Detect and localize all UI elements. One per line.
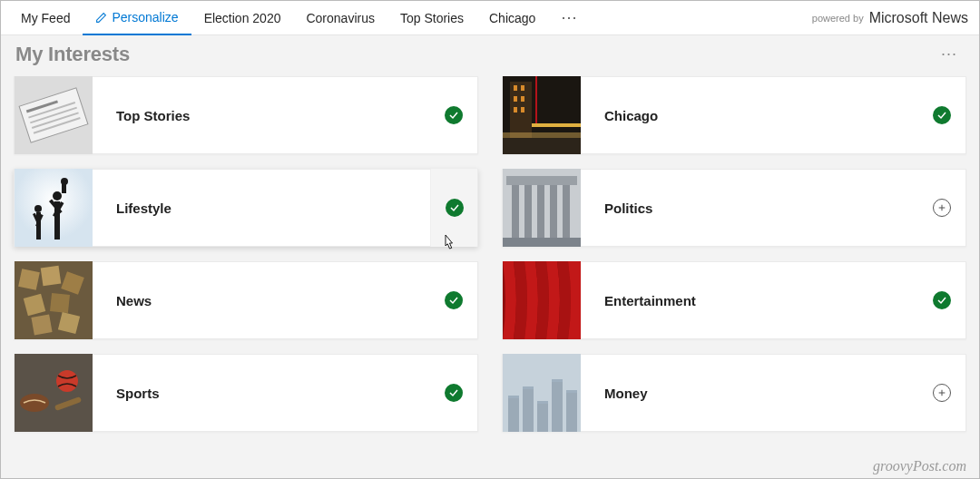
interest-toggle[interactable] bbox=[430, 261, 477, 339]
nav-my-feed[interactable]: My Feed bbox=[8, 1, 83, 35]
interest-label: Top Stories bbox=[116, 108, 430, 123]
svg-rect-56 bbox=[537, 401, 548, 432]
interests-grid: Top Stories Chicago bbox=[1, 76, 979, 432]
nav-more-button[interactable]: ··· bbox=[548, 1, 590, 35]
thumb-sports bbox=[15, 354, 93, 432]
interest-card-chicago[interactable]: Chicago bbox=[502, 76, 966, 154]
svg-rect-60 bbox=[523, 386, 534, 389]
nav-label: Election 2020 bbox=[204, 11, 281, 25]
svg-point-28 bbox=[61, 178, 68, 185]
thumb-chicago bbox=[503, 76, 581, 154]
thumb-money bbox=[503, 354, 581, 432]
interest-card-top-stories[interactable]: Top Stories bbox=[14, 76, 478, 154]
svg-rect-58 bbox=[566, 390, 577, 432]
svg-rect-10 bbox=[521, 85, 524, 91]
interest-toggle[interactable] bbox=[918, 354, 965, 432]
check-icon bbox=[445, 106, 463, 124]
svg-rect-59 bbox=[508, 396, 519, 398]
svg-rect-46 bbox=[31, 314, 52, 335]
interest-toggle[interactable] bbox=[430, 354, 477, 432]
nav-election-2020[interactable]: Election 2020 bbox=[191, 1, 294, 35]
interest-card-politics[interactable]: Politics bbox=[502, 169, 966, 247]
svg-rect-19 bbox=[15, 169, 93, 247]
check-icon bbox=[446, 199, 464, 217]
interest-label: Lifestyle bbox=[116, 200, 430, 216]
plus-icon bbox=[933, 384, 951, 402]
page-title: My Interests bbox=[15, 43, 130, 66]
svg-rect-62 bbox=[552, 379, 563, 382]
page-more-button[interactable]: ··· bbox=[934, 41, 965, 67]
svg-rect-54 bbox=[508, 396, 519, 432]
interest-card-sports[interactable]: Sports bbox=[14, 354, 478, 432]
nav-top-stories[interactable]: Top Stories bbox=[387, 1, 476, 35]
nav-label: Personalize bbox=[112, 10, 178, 24]
interest-toggle[interactable] bbox=[918, 76, 965, 154]
powered-by-label: powered by bbox=[812, 13, 864, 24]
svg-rect-37 bbox=[503, 238, 581, 247]
svg-rect-41 bbox=[18, 269, 40, 290]
svg-rect-12 bbox=[521, 96, 524, 102]
svg-rect-11 bbox=[514, 96, 517, 102]
check-icon bbox=[933, 291, 951, 309]
powered-by-brand: Microsoft News bbox=[869, 10, 968, 26]
svg-rect-29 bbox=[62, 184, 66, 193]
interest-card-money[interactable]: Money bbox=[502, 354, 966, 432]
interest-card-news[interactable]: News bbox=[14, 261, 478, 339]
svg-rect-57 bbox=[552, 379, 563, 432]
svg-rect-15 bbox=[535, 76, 537, 123]
thumb-news bbox=[15, 261, 93, 339]
svg-rect-42 bbox=[41, 266, 62, 287]
nav-label: Top Stories bbox=[400, 11, 464, 25]
svg-rect-49 bbox=[15, 354, 93, 432]
thumb-politics bbox=[503, 169, 581, 247]
plus-icon bbox=[933, 199, 951, 217]
nav-chicago[interactable]: Chicago bbox=[476, 1, 548, 35]
interest-card-lifestyle[interactable]: Lifestyle bbox=[14, 169, 478, 247]
interest-toggle[interactable] bbox=[918, 261, 965, 339]
check-icon bbox=[445, 291, 463, 309]
nav-coronavirus[interactable]: Coronavirus bbox=[293, 1, 387, 35]
svg-rect-33 bbox=[524, 185, 532, 238]
thumb-lifestyle bbox=[15, 169, 93, 247]
interest-label: Chicago bbox=[604, 108, 918, 123]
powered-by: powered by Microsoft News bbox=[812, 10, 968, 26]
nav-label: My Feed bbox=[21, 11, 70, 25]
interest-label: Politics bbox=[604, 200, 918, 216]
nav-personalize[interactable]: Personalize bbox=[83, 1, 191, 35]
interest-label: News bbox=[116, 293, 430, 308]
interest-card-entertainment[interactable]: Entertainment bbox=[502, 261, 966, 339]
svg-rect-13 bbox=[514, 107, 517, 112]
nav-label: Coronavirus bbox=[306, 11, 374, 25]
svg-rect-9 bbox=[514, 85, 517, 91]
svg-rect-14 bbox=[521, 107, 524, 112]
page-title-row: My Interests ··· bbox=[1, 35, 979, 76]
thumb-newspaper bbox=[15, 76, 93, 154]
svg-rect-35 bbox=[550, 185, 557, 238]
svg-point-51 bbox=[56, 370, 78, 392]
svg-point-21 bbox=[34, 205, 42, 212]
interest-label: Sports bbox=[116, 386, 430, 401]
interest-toggle[interactable] bbox=[918, 169, 965, 247]
thumb-entertainment bbox=[503, 261, 581, 339]
svg-rect-16 bbox=[532, 123, 581, 127]
svg-rect-31 bbox=[506, 176, 577, 185]
svg-rect-34 bbox=[537, 185, 544, 238]
interest-label: Entertainment bbox=[604, 293, 918, 308]
svg-rect-32 bbox=[512, 185, 519, 238]
svg-rect-61 bbox=[537, 401, 548, 404]
nav-label: Chicago bbox=[489, 11, 535, 25]
svg-rect-36 bbox=[563, 185, 570, 238]
top-nav: My Feed Personalize Election 2020 Corona… bbox=[1, 1, 979, 35]
interest-label: Money bbox=[604, 386, 918, 401]
pencil-icon bbox=[95, 12, 107, 24]
interest-toggle[interactable] bbox=[430, 76, 477, 154]
svg-rect-45 bbox=[50, 293, 70, 313]
check-icon bbox=[445, 384, 463, 402]
svg-point-25 bbox=[53, 191, 62, 200]
svg-rect-18 bbox=[503, 132, 581, 138]
watermark: groovyPost.com bbox=[873, 458, 966, 474]
svg-rect-63 bbox=[566, 390, 577, 393]
svg-rect-55 bbox=[523, 386, 534, 432]
interest-toggle[interactable] bbox=[430, 169, 477, 247]
check-icon bbox=[933, 106, 951, 124]
